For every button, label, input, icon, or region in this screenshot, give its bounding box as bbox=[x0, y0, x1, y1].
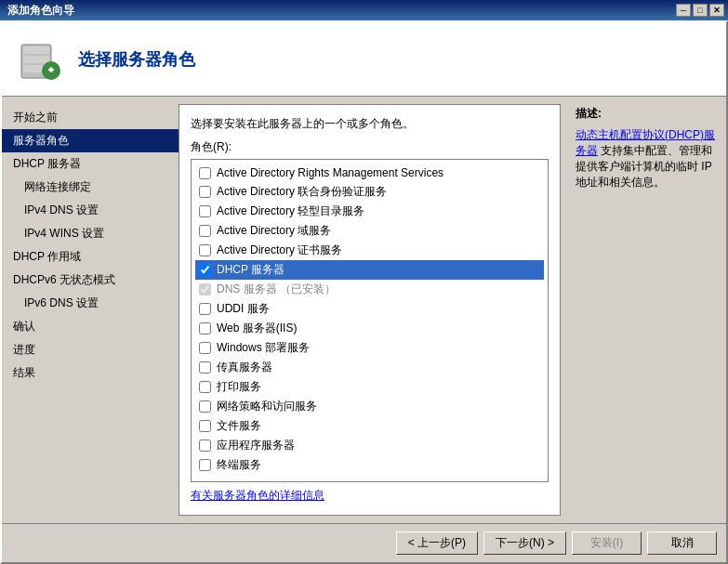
footer: < 上一步(P) 下一步(N) > 安装(I) 取消 bbox=[2, 523, 726, 562]
dialog-header: 选择服务器角色 bbox=[2, 22, 726, 97]
role-label-ad-domain: Active Directory 域服务 bbox=[217, 223, 331, 239]
role-checkbox-terminal[interactable] bbox=[199, 459, 211, 471]
role-label-fax: 传真服务器 bbox=[217, 360, 272, 375]
install-button[interactable]: 安装(I) bbox=[572, 531, 642, 555]
role-item-dns[interactable]: DNS 服务器 （已安装） bbox=[195, 280, 544, 299]
role-item-ad-federation[interactable]: Active Directory 联合身份验证服务 bbox=[195, 182, 544, 202]
header-icon bbox=[16, 35, 64, 84]
roles-list[interactable]: Active Directory Rights Management Servi… bbox=[191, 159, 549, 482]
role-checkbox-ad-rms[interactable] bbox=[199, 167, 211, 179]
role-item-file[interactable]: 文件服务 bbox=[195, 416, 544, 436]
role-checkbox-windows-deploy[interactable] bbox=[199, 342, 211, 354]
dialog: 选择服务器角色 开始之前服务器角色DHCP 服务器网络连接绑定IPv4 DNS … bbox=[0, 20, 728, 564]
title-bar-buttons: ─ □ ✕ bbox=[676, 4, 724, 17]
main-panel: 选择要安装在此服务器上的一个或多个角色。 角色(R): Active Direc… bbox=[179, 104, 561, 516]
svg-rect-6 bbox=[50, 67, 53, 72]
role-label-iis: Web 服务器(IIS) bbox=[217, 321, 297, 336]
nav-item-start[interactable]: 开始之前 bbox=[2, 106, 179, 129]
role-checkbox-app-server[interactable] bbox=[199, 439, 211, 452]
role-label-uddi: UDDI 服务 bbox=[217, 301, 270, 317]
role-label-app-server: 应用程序服务器 bbox=[217, 438, 295, 453]
role-item-fax[interactable]: 传真服务器 bbox=[195, 358, 544, 377]
minimize-button[interactable]: ─ bbox=[676, 4, 691, 17]
role-label-dhcp: DHCP 服务器 bbox=[217, 262, 285, 278]
role-checkbox-network-policy[interactable] bbox=[199, 400, 211, 413]
svg-rect-2 bbox=[23, 56, 49, 63]
role-item-uddi[interactable]: UDDI 服务 bbox=[195, 299, 544, 319]
role-item-dhcp[interactable]: DHCP 服务器 bbox=[195, 260, 544, 280]
info-link[interactable]: 有关服务器角色的详细信息 bbox=[191, 488, 549, 504]
role-label-terminal: 终端服务 bbox=[217, 457, 261, 473]
role-label-dns: DNS 服务器 （已安装） bbox=[217, 282, 336, 297]
desc-title: 描述: bbox=[576, 106, 719, 122]
role-item-terminal[interactable]: 终端服务 bbox=[195, 455, 544, 475]
role-item-windows-deploy[interactable]: Windows 部署服务 bbox=[195, 338, 544, 358]
cancel-button[interactable]: 取消 bbox=[647, 531, 717, 555]
role-checkbox-print[interactable] bbox=[199, 381, 211, 393]
role-checkbox-dns[interactable] bbox=[199, 283, 211, 295]
nav-item-network-binding[interactable]: 网络连接绑定 bbox=[2, 176, 179, 199]
role-item-print[interactable]: 打印服务 bbox=[195, 377, 544, 397]
header-title: 选择服务器角色 bbox=[78, 48, 195, 71]
role-checkbox-file[interactable] bbox=[199, 420, 211, 432]
role-label-print: 打印服务 bbox=[217, 379, 261, 395]
role-label-file: 文件服务 bbox=[217, 418, 261, 434]
window-title: 添加角色向导 bbox=[7, 3, 74, 19]
nav-item-ipv4-wins[interactable]: IPv4 WINS 设置 bbox=[2, 222, 179, 245]
role-checkbox-fax[interactable] bbox=[199, 361, 211, 374]
back-button[interactable]: < 上一步(P) bbox=[396, 531, 478, 555]
next-button[interactable]: 下一步(N) > bbox=[483, 531, 566, 555]
role-item-ad-lightweight[interactable]: Active Directory 轻型目录服务 bbox=[195, 202, 544, 221]
nav-item-dhcp-scope[interactable]: DHCP 作用域 bbox=[2, 245, 179, 269]
role-checkbox-ad-cert[interactable] bbox=[199, 244, 211, 256]
role-label: 角色(R): bbox=[191, 139, 549, 155]
role-item-app-server[interactable]: 应用程序服务器 bbox=[195, 436, 544, 455]
role-checkbox-uddi[interactable] bbox=[199, 303, 211, 315]
role-label-ad-federation: Active Directory 联合身份验证服务 bbox=[217, 184, 387, 200]
role-checkbox-iis[interactable] bbox=[199, 322, 211, 334]
svg-rect-1 bbox=[23, 46, 49, 54]
role-item-ad-domain[interactable]: Active Directory 域服务 bbox=[195, 221, 544, 241]
nav-item-server-roles[interactable]: 服务器角色 bbox=[2, 129, 179, 152]
panel-description: 选择要安装在此服务器上的一个或多个角色。 bbox=[191, 116, 549, 132]
left-nav: 开始之前服务器角色DHCP 服务器网络连接绑定IPv4 DNS 设置IPv4 W… bbox=[2, 97, 179, 523]
nav-item-confirm[interactable]: 确认 bbox=[2, 315, 179, 338]
role-label-ad-lightweight: Active Directory 轻型目录服务 bbox=[217, 203, 364, 219]
role-item-ad-cert[interactable]: Active Directory 证书服务 bbox=[195, 241, 544, 260]
role-checkbox-ad-lightweight[interactable] bbox=[199, 205, 211, 217]
role-checkbox-ad-domain[interactable] bbox=[199, 225, 211, 237]
content-area: 开始之前服务器角色DHCP 服务器网络连接绑定IPv4 DNS 设置IPv4 W… bbox=[2, 97, 726, 523]
role-label-network-policy: 网络策略和访问服务 bbox=[217, 399, 317, 414]
description-panel: 描述: 动态主机配置协议(DHCP)服务器 支持集中配置、管理和提供客户端计算机… bbox=[568, 97, 726, 523]
close-button[interactable]: ✕ bbox=[709, 4, 724, 17]
role-item-iis[interactable]: Web 服务器(IIS) bbox=[195, 319, 544, 338]
nav-item-ipv4-dns[interactable]: IPv4 DNS 设置 bbox=[2, 199, 179, 222]
role-label-windows-deploy: Windows 部署服务 bbox=[217, 340, 310, 356]
role-label-ad-cert: Active Directory 证书服务 bbox=[217, 243, 342, 258]
nav-item-ipv6-dns[interactable]: IPv6 DNS 设置 bbox=[2, 292, 179, 315]
nav-item-dhcp-server[interactable]: DHCP 服务器 bbox=[2, 152, 179, 176]
role-item-network-policy[interactable]: 网络策略和访问服务 bbox=[195, 397, 544, 416]
role-label-ad-rms: Active Directory Rights Management Servi… bbox=[217, 166, 443, 179]
nav-item-dhcpv6-stateless[interactable]: DHCPv6 无状态模式 bbox=[2, 269, 179, 292]
role-item-ad-rms[interactable]: Active Directory Rights Management Servi… bbox=[195, 164, 544, 182]
role-checkbox-dhcp[interactable] bbox=[199, 264, 211, 276]
nav-item-result[interactable]: 结果 bbox=[2, 361, 179, 385]
maximize-button[interactable]: □ bbox=[693, 4, 708, 17]
title-bar: 添加角色向导 ─ □ ✕ bbox=[0, 0, 728, 20]
role-checkbox-ad-federation[interactable] bbox=[199, 186, 211, 198]
nav-item-progress[interactable]: 进度 bbox=[2, 338, 179, 361]
